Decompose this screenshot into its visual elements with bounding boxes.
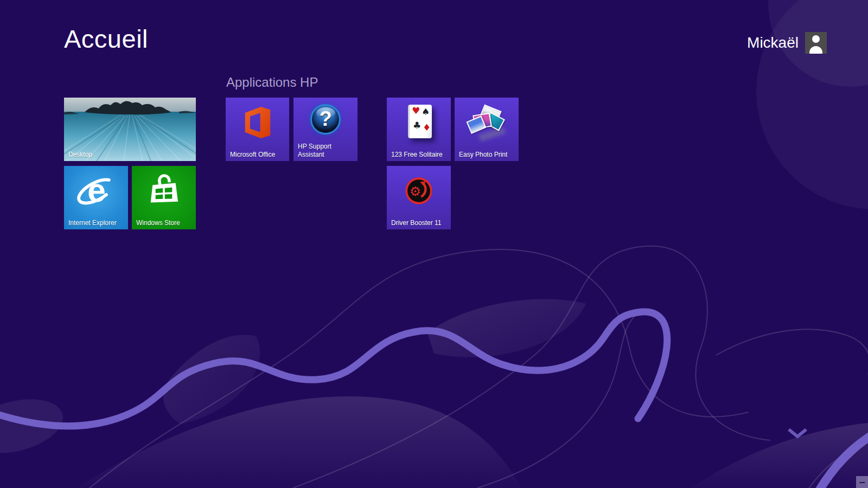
tile-label: Microsoft Office: [230, 151, 286, 159]
tile-label: Driver Booster 11: [391, 219, 448, 227]
question-sphere-icon: ?: [310, 104, 341, 134]
playing-card-icon: ♥ ♠ ♣ ♦: [404, 105, 434, 140]
person-icon: [809, 46, 822, 54]
tile-label: Desktop: [68, 151, 193, 159]
tile-label: Easy Photo Print: [459, 151, 515, 159]
tile-label: Internet Explorer: [68, 219, 125, 227]
photo-stack-icon: [468, 107, 505, 138]
page-title: Accueil: [64, 24, 148, 54]
user-avatar[interactable]: [805, 32, 827, 54]
tile-easy-photo-print[interactable]: Easy Photo Print: [455, 98, 519, 161]
tile-windows-store[interactable]: Windows Store: [132, 166, 196, 229]
tile-internet-explorer[interactable]: e Internet Explorer: [64, 166, 128, 229]
background-swirl: [0, 0, 868, 488]
tile-123-free-solitaire[interactable]: ♥ ♠ ♣ ♦ 123 Free Solitaire: [387, 98, 451, 161]
office-logo-icon: [242, 107, 273, 138]
gear-arrow-icon: ⚙: [405, 177, 433, 205]
group-title-applications-hp: Applications HP: [226, 75, 318, 90]
semantic-zoom-out-button[interactable]: −: [856, 476, 868, 488]
tile-microsoft-office[interactable]: Microsoft Office: [226, 98, 289, 161]
store-bag-icon: [144, 171, 183, 210]
tile-label: HP Support Assistant: [298, 143, 354, 159]
start-screen: { "header": { "title": "Accueil" }, "use…: [0, 0, 868, 488]
tile-hp-support-assistant[interactable]: ? HP Support Assistant: [293, 98, 358, 161]
tile-label: Windows Store: [136, 219, 193, 227]
tile-label: 123 Free Solitaire: [391, 151, 448, 159]
tile-desktop[interactable]: Desktop: [64, 98, 196, 161]
person-icon: [812, 35, 820, 43]
internet-explorer-icon: e: [74, 170, 118, 212]
tile-driver-booster-11[interactable]: ⚙ Driver Booster 11: [387, 166, 451, 229]
chevron-down-icon[interactable]: [787, 427, 808, 440]
svg-text:⚙: ⚙: [410, 183, 421, 198]
user-tile[interactable]: Mickaël: [747, 32, 827, 54]
user-name[interactable]: Mickaël: [747, 32, 799, 54]
